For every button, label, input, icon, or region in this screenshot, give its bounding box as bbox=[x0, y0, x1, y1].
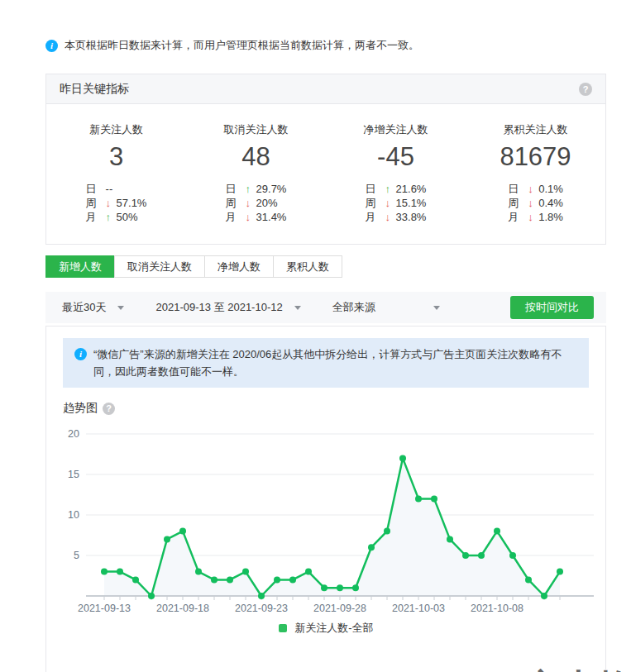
trend-arrow-icon: ↓ bbox=[246, 210, 256, 224]
kpi-change-value: 57.1% bbox=[117, 197, 147, 209]
info-icon: i bbox=[74, 348, 87, 360]
svg-text:2021-10-08: 2021-10-08 bbox=[471, 603, 523, 614]
kpi-label: 净增关注人数 bbox=[326, 122, 466, 137]
info-icon: i bbox=[45, 40, 58, 52]
help-icon[interactable]: ? bbox=[579, 83, 592, 96]
svg-text:2021-09-18: 2021-09-18 bbox=[156, 603, 209, 614]
page-notice-text: 本页根据昨日数据来计算，而用户管理页根据当前数据计算，两者不一致。 bbox=[65, 38, 419, 53]
kpi-metric-cumulative: 累积关注人数 81679 日↓0.1% 周↓0.4% 月↓1.8% bbox=[466, 122, 605, 224]
legend-label: 新关注人数-全部 bbox=[294, 622, 373, 634]
kpi-change-value: 0.4% bbox=[538, 197, 563, 209]
kpi-period-label: 月 bbox=[366, 210, 385, 224]
time-range-dropdown[interactable]: 最近30天 bbox=[62, 300, 124, 315]
kpi-body: 新关注人数 3 日-- 周↓57.1% 月↑50% 取消关注人数 48 日↑29… bbox=[46, 104, 605, 244]
kpi-period-label: 日 bbox=[226, 182, 246, 196]
source-dropdown[interactable]: 全部来源 bbox=[332, 300, 440, 315]
tab-net-growth[interactable]: 净增人数 bbox=[204, 255, 274, 278]
kpi-change-value: 15.1% bbox=[396, 197, 427, 209]
metric-tabs: 新增人数 取消关注人数 净增人数 累积人数 bbox=[45, 255, 631, 278]
source-value: 全部来源 bbox=[332, 300, 375, 315]
watermark: 奕森格 bbox=[524, 668, 631, 672]
trend-arrow-icon: ↑ bbox=[246, 182, 256, 196]
chart-notice: i “微信广告”来源的新增关注在 2020/06起从其他中拆分给出，计算方式与广… bbox=[63, 338, 589, 388]
chart-notice-text: “微信广告”来源的新增关注在 2020/06起从其他中拆分给出，计算方式与广告主… bbox=[93, 346, 572, 380]
kpi-change-value: 21.6% bbox=[396, 183, 427, 195]
svg-text:5: 5 bbox=[74, 550, 79, 561]
chevron-down-icon bbox=[117, 306, 124, 310]
kpi-change-rows: 日-- 周↓57.1% 月↑50% bbox=[86, 182, 147, 224]
trend-arrow-icon: ↓ bbox=[385, 196, 396, 210]
kpi-panel-header: 昨日关键指标 ? bbox=[46, 74, 605, 104]
trend-arrow-icon: ↑ bbox=[106, 210, 117, 224]
kpi-label: 新关注人数 bbox=[46, 122, 186, 137]
svg-text:20: 20 bbox=[68, 428, 79, 440]
trend-arrow-icon: ↓ bbox=[246, 196, 256, 210]
trend-arrow-icon: ↑ bbox=[385, 182, 396, 196]
trend-arrow-icon: ↓ bbox=[528, 196, 538, 210]
kpi-change-value: 29.7% bbox=[256, 183, 287, 195]
kpi-period-label: 月 bbox=[226, 210, 246, 224]
kpi-period-label: 月 bbox=[508, 210, 528, 224]
chevron-down-icon bbox=[433, 306, 440, 310]
kpi-period-label: 月 bbox=[86, 210, 106, 224]
time-range-value: 最近30天 bbox=[62, 300, 106, 315]
help-icon[interactable]: ? bbox=[103, 403, 115, 415]
chart-panel: i “微信广告”来源的新增关注在 2020/06起从其他中拆分给出，计算方式与广… bbox=[45, 326, 606, 672]
kpi-change-value: 31.4% bbox=[256, 211, 287, 223]
kpi-period-label: 日 bbox=[86, 182, 106, 196]
trend-arrow-icon: ↓ bbox=[528, 210, 538, 224]
kpi-period-label: 周 bbox=[366, 196, 385, 210]
kpi-period-label: 周 bbox=[508, 196, 528, 210]
kpi-panel: 昨日关键指标 ? 新关注人数 3 日-- 周↓57.1% 月↑50% 取消关注人… bbox=[45, 74, 606, 245]
trend-line-chart: 51015202021-09-132021-09-182021-09-23202… bbox=[46, 421, 605, 621]
date-range-value: 2021-09-13 至 2021-10-12 bbox=[155, 300, 282, 315]
kpi-metric-unfollowers: 取消关注人数 48 日↑29.7% 周↓20% 月↓31.4% bbox=[186, 122, 326, 224]
kpi-change-value: 1.8% bbox=[538, 211, 563, 223]
kpi-change-value: 20% bbox=[256, 197, 278, 209]
kpi-label: 取消关注人数 bbox=[186, 122, 326, 137]
kpi-value: 3 bbox=[46, 142, 186, 172]
kpi-change-rows: 日↓0.1% 周↓0.4% 月↓1.8% bbox=[508, 182, 563, 224]
kpi-period-label: 日 bbox=[508, 182, 528, 196]
tab-cumulative[interactable]: 累积人数 bbox=[273, 255, 342, 278]
kpi-change-rows: 日↑21.6% 周↓15.1% 月↓33.8% bbox=[366, 182, 427, 224]
kpi-change-value: 50% bbox=[117, 211, 138, 223]
svg-text:2021-09-23: 2021-09-23 bbox=[235, 603, 288, 614]
chart-title-row: 趋势图 ? bbox=[63, 401, 605, 416]
kpi-period-label: 周 bbox=[226, 196, 246, 210]
kpi-change-rows: 日↑29.7% 周↓20% 月↓31.4% bbox=[226, 182, 287, 224]
filter-bar: 最近30天 2021-09-13 至 2021-10-12 全部来源 按时间对比 bbox=[45, 292, 606, 323]
kpi-panel-title: 昨日关键指标 bbox=[60, 82, 129, 97]
kpi-value: -45 bbox=[326, 142, 466, 172]
trend-arrow-icon: ↓ bbox=[385, 210, 396, 224]
kpi-change-value: 0.1% bbox=[538, 183, 563, 195]
svg-text:2021-09-28: 2021-09-28 bbox=[313, 603, 366, 614]
svg-text:2021-09-13: 2021-09-13 bbox=[78, 603, 131, 614]
kpi-metric-new-followers: 新关注人数 3 日-- 周↓57.1% 月↑50% bbox=[46, 122, 186, 224]
trend-arrow-icon: ↓ bbox=[528, 182, 538, 196]
kpi-metric-net-growth: 净增关注人数 -45 日↑21.6% 周↓15.1% 月↓33.8% bbox=[326, 122, 466, 224]
kpi-period-label: 周 bbox=[86, 196, 106, 210]
kpi-change-value: -- bbox=[106, 183, 113, 195]
kpi-period-label: 日 bbox=[366, 182, 385, 196]
kpi-label: 累积关注人数 bbox=[466, 122, 605, 137]
date-range-dropdown[interactable]: 2021-09-13 至 2021-10-12 bbox=[155, 300, 300, 315]
legend-swatch-icon bbox=[279, 624, 287, 632]
tab-unfollowers[interactable]: 取消关注人数 bbox=[114, 255, 205, 278]
chart-legend: 新关注人数-全部 bbox=[46, 621, 605, 636]
svg-text:10: 10 bbox=[68, 509, 79, 521]
kpi-value: 81679 bbox=[466, 142, 605, 172]
trend-arrow-icon: ↓ bbox=[106, 196, 117, 210]
kpi-change-value: 33.8% bbox=[396, 211, 427, 223]
chevron-down-icon bbox=[294, 306, 301, 310]
compare-by-time-button[interactable]: 按时间对比 bbox=[510, 296, 594, 319]
analytics-page: i 本页根据昨日数据来计算，而用户管理页根据当前数据计算，两者不一致。 昨日关键… bbox=[0, 38, 631, 672]
tab-new-followers[interactable]: 新增人数 bbox=[45, 255, 115, 278]
page-notice: i 本页根据昨日数据来计算，而用户管理页根据当前数据计算，两者不一致。 bbox=[45, 38, 631, 53]
kpi-value: 48 bbox=[186, 142, 326, 172]
svg-text:2021-10-03: 2021-10-03 bbox=[392, 603, 445, 614]
svg-text:15: 15 bbox=[68, 469, 79, 480]
chart-title: 趋势图 bbox=[63, 401, 98, 416]
